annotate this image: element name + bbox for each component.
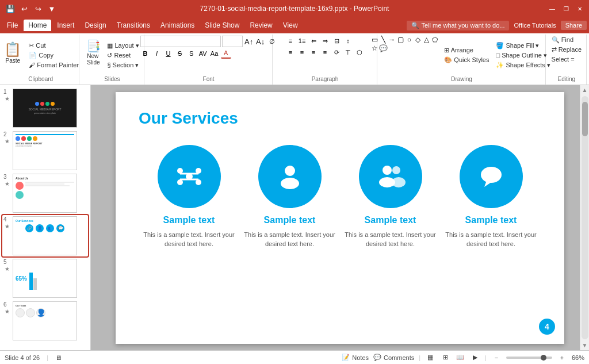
decrease-font-size-btn[interactable]: A↓ bbox=[255, 36, 266, 47]
comments-button[interactable]: 💬 Comments bbox=[373, 354, 414, 361]
slide-thumb-3[interactable]: About Us bbox=[13, 174, 77, 213]
menu-slideshow[interactable]: Slide Show bbox=[200, 20, 244, 31]
menu-review[interactable]: Review bbox=[245, 20, 277, 31]
slide-canvas: Our Services bbox=[116, 92, 564, 344]
slide-item-4[interactable]: 4 ★ Our Services 🔗 👤 👥 💬 bbox=[2, 215, 88, 256]
increase-indent-btn[interactable]: ⇒ bbox=[320, 36, 330, 46]
shape-triangle[interactable]: △ bbox=[422, 36, 430, 44]
format-painter-button[interactable]: 🖌 Format Painter bbox=[26, 61, 81, 69]
shadow-btn[interactable]: S bbox=[186, 48, 197, 59]
reset-button[interactable]: ↺ Reset bbox=[105, 51, 141, 60]
charspacing-btn[interactable]: AV bbox=[198, 48, 208, 59]
shape-arrow[interactable]: → bbox=[388, 36, 396, 44]
share-button[interactable]: Share bbox=[561, 21, 587, 30]
customize-icon[interactable]: ▼ bbox=[46, 3, 58, 14]
textdir-btn[interactable]: ⟳ bbox=[331, 47, 342, 58]
strikethrough-btn[interactable]: S bbox=[175, 48, 185, 59]
slide-item-5[interactable]: 5 ★ 65% bbox=[2, 258, 88, 299]
slide-item-6[interactable]: 6 ★ Our Team 👤 bbox=[2, 300, 88, 342]
bullets-btn[interactable]: ≡ bbox=[285, 36, 296, 46]
section-button[interactable]: § Section ▾ bbox=[105, 61, 141, 70]
slide-thumb-5[interactable]: 65% bbox=[13, 259, 77, 298]
slide-thumb-2[interactable]: SOCIAL MEDIA REPORT presentation templat… bbox=[13, 131, 77, 170]
shape-diamond[interactable]: ◇ bbox=[414, 36, 422, 44]
smartart-btn[interactable]: ⬡ bbox=[354, 47, 365, 58]
search-box[interactable]: 🔍 Tell me what you want to do... bbox=[407, 21, 510, 30]
align-center-btn[interactable]: ≡ bbox=[297, 47, 307, 58]
replace-button[interactable]: ⇄ Replace bbox=[549, 45, 584, 54]
shape-effects-button[interactable]: ✨ Shape Effects ▾ bbox=[494, 61, 552, 70]
zoom-slider[interactable] bbox=[506, 357, 552, 359]
align-right-btn[interactable]: ≡ bbox=[308, 47, 319, 58]
paste-button[interactable]: 📋 Paste bbox=[0, 36, 25, 69]
justify-btn[interactable]: ≡ bbox=[320, 47, 330, 58]
font-size-box[interactable] bbox=[222, 36, 243, 47]
shape-rect[interactable]: ▭ bbox=[370, 36, 378, 44]
scroll-up-arrow[interactable]: ▲ bbox=[580, 85, 589, 95]
menu-transitions[interactable]: Transitions bbox=[112, 20, 155, 31]
find-button[interactable]: 🔍 Find bbox=[549, 36, 576, 44]
decrease-indent-btn[interactable]: ⇐ bbox=[308, 36, 319, 46]
shape-star[interactable]: ☆ bbox=[370, 44, 378, 52]
copy-button[interactable]: 📄 Copy bbox=[26, 51, 81, 60]
office-tutorials-link[interactable]: Office Tutorials bbox=[514, 22, 556, 29]
changecase-btn[interactable]: Aa bbox=[209, 48, 220, 59]
layout-button[interactable]: ▦ Layout ▾ bbox=[105, 41, 141, 50]
menu-home[interactable]: Home bbox=[24, 20, 51, 31]
bold-btn[interactable]: B bbox=[140, 48, 151, 59]
menu-design[interactable]: Design bbox=[80, 20, 110, 31]
slideshow-btn[interactable]: ▶ bbox=[470, 352, 480, 363]
redo-icon[interactable]: ↪ bbox=[32, 3, 44, 14]
shape-pentagon[interactable]: ⬠ bbox=[431, 36, 439, 44]
slide-item-3[interactable]: 3 ★ About Us bbox=[2, 173, 88, 214]
shape-fill-button[interactable]: 🪣 Shape Fill ▾ bbox=[494, 41, 552, 50]
columns-btn[interactable]: ⊟ bbox=[331, 36, 342, 46]
increase-font-size-btn[interactable]: A↑ bbox=[244, 36, 254, 47]
cut-button[interactable]: ✂ Cut bbox=[26, 41, 81, 50]
vertical-scrollbar[interactable]: ▲ ▼ bbox=[580, 85, 589, 350]
select-button[interactable]: Select = bbox=[549, 55, 577, 63]
numbering-btn[interactable]: 1≡ bbox=[297, 36, 307, 46]
menu-view[interactable]: View bbox=[278, 20, 303, 31]
slide-number-3: 3 bbox=[3, 174, 10, 180]
scroll-track[interactable] bbox=[582, 96, 588, 339]
shape-rounded[interactable]: ▢ bbox=[396, 36, 404, 44]
textalign-btn[interactable]: ⊤ bbox=[343, 47, 353, 58]
shape-line[interactable]: ╲ bbox=[379, 36, 387, 44]
fit-slide-icon[interactable]: 🖥 bbox=[55, 354, 62, 361]
scroll-down-arrow[interactable]: ▼ bbox=[580, 340, 589, 350]
slide-item-2[interactable]: 2 ★ SOCIAL MEDIA REPORT presentation t bbox=[2, 130, 88, 171]
zoom-out-btn[interactable]: − bbox=[491, 352, 502, 363]
minimize-button[interactable]: — bbox=[548, 4, 557, 13]
save-icon[interactable]: 💾 bbox=[5, 3, 16, 14]
slide-item-1[interactable]: 1 ★ SOCIAL MEDIA REPORTpresentation temp… bbox=[2, 87, 88, 129]
arrange-button[interactable]: ⊞ Arrange bbox=[442, 46, 491, 55]
shape-circle[interactable]: ○ bbox=[405, 36, 413, 44]
slide-thumb-6[interactable]: Our Team 👤 bbox=[13, 301, 77, 340]
shape-outline-button[interactable]: □ Shape Outline ▾ bbox=[494, 51, 552, 60]
linespacing-btn[interactable]: ↕ bbox=[343, 36, 353, 46]
fontcolor-btn[interactable]: A bbox=[221, 48, 231, 59]
menu-insert[interactable]: Insert bbox=[52, 20, 79, 31]
quick-styles-button[interactable]: 🎨 Quick Styles bbox=[442, 56, 491, 64]
align-left-btn[interactable]: ≡ bbox=[285, 47, 296, 58]
reading-view-btn[interactable]: 📖 bbox=[455, 352, 465, 363]
shape-callout[interactable]: 💬 bbox=[379, 44, 387, 52]
undo-icon[interactable]: ↩ bbox=[18, 3, 30, 14]
notes-button[interactable]: 📝 Notes bbox=[342, 354, 369, 361]
menu-animations[interactable]: Animations bbox=[156, 20, 199, 31]
slide-thumb-1[interactable]: SOCIAL MEDIA REPORTpresentation template bbox=[13, 89, 77, 128]
font-name-box[interactable] bbox=[140, 36, 221, 47]
menu-file[interactable]: File bbox=[2, 20, 22, 31]
close-button[interactable]: ✕ bbox=[575, 4, 584, 13]
scroll-thumb[interactable] bbox=[582, 102, 588, 136]
normal-view-btn[interactable]: ▦ bbox=[425, 352, 435, 363]
underline-btn[interactable]: U bbox=[163, 48, 174, 59]
slide-thumb-4[interactable]: Our Services 🔗 👤 👥 💬 bbox=[13, 216, 77, 255]
italic-btn[interactable]: I bbox=[152, 48, 162, 59]
new-slide-button[interactable]: 📑 NewSlide bbox=[83, 36, 104, 69]
slide-sorter-btn[interactable]: ⊞ bbox=[440, 352, 450, 363]
service-title-1: Sample text bbox=[163, 215, 215, 225]
zoom-in-btn[interactable]: + bbox=[557, 352, 567, 363]
restore-button[interactable]: ❐ bbox=[561, 4, 571, 13]
